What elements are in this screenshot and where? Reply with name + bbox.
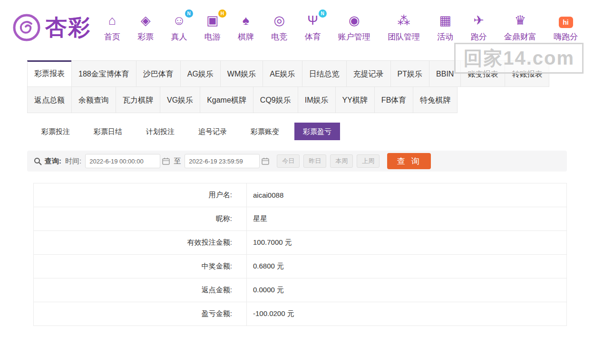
query-submit-button[interactable]: 查 询 xyxy=(387,153,431,169)
nav-item-嗨跑分[interactable]: hi嗨跑分 xyxy=(554,13,578,42)
watermark: 回家14.com xyxy=(454,43,584,74)
nav-item-账户管理[interactable]: ◉账户管理 xyxy=(338,13,370,42)
team-manage-icon: ⁂ xyxy=(396,13,411,28)
tab-余额查询[interactable]: 余额查询 xyxy=(71,86,116,113)
nav-item-电竞[interactable]: ◎电竞 xyxy=(271,13,287,42)
subtab-彩票盈亏[interactable]: 彩票盈亏 xyxy=(294,123,340,140)
quick-date-buttons: 今日昨日本周上周 xyxy=(273,154,380,168)
report-row-label: 返点金额: xyxy=(34,278,247,302)
nav-item-label: 真人 xyxy=(171,31,187,42)
brand-emblem-icon xyxy=(12,13,41,42)
nav-item-label: 活动 xyxy=(437,31,453,42)
report-row-label: 中奖金额: xyxy=(34,255,247,278)
nav-item-棋牌[interactable]: ♠棋牌 xyxy=(238,13,254,42)
report-tabs-row2: 返点总额余额查询瓦力棋牌VG娱乐Kgame棋牌CQ9娱乐IM娱乐YY棋牌FB体育… xyxy=(27,87,567,113)
nav-item-真人[interactable]: ☺N真人 xyxy=(171,13,187,42)
subtab-追号记录[interactable]: 追号记录 xyxy=(190,123,235,140)
report-row-value: aicai0088 xyxy=(247,183,283,207)
quick-date-button-本周[interactable]: 本周 xyxy=(330,154,353,168)
report-row-value: -100.0200 元 xyxy=(247,302,294,326)
tab-YY棋牌[interactable]: YY棋牌 xyxy=(335,86,375,113)
sports-icon: ΨN xyxy=(305,13,321,28)
quick-date-button-上周[interactable]: 上周 xyxy=(357,154,380,168)
tab-沙巴体育[interactable]: 沙巴体育 xyxy=(136,60,181,87)
tab-VG娱乐[interactable]: VG娱乐 xyxy=(160,86,200,113)
start-time-input[interactable] xyxy=(85,154,160,168)
tab-特兔棋牌[interactable]: 特兔棋牌 xyxy=(413,86,458,113)
nav-item-label: 跑分 xyxy=(471,31,487,42)
start-calendar-icon[interactable] xyxy=(162,157,170,165)
subtab-计划投注[interactable]: 计划投注 xyxy=(137,123,183,140)
lottery-icon: ◈ xyxy=(138,13,153,28)
hi-chip-icon: hi xyxy=(559,17,573,28)
report-row-label: 昵称: xyxy=(34,207,247,230)
time-label: 时间: xyxy=(65,157,81,166)
report-row: 有效投注金额:100.7000 元 xyxy=(34,231,566,255)
tab-AG娱乐[interactable]: AG娱乐 xyxy=(180,60,221,87)
nav-item-label: 电竞 xyxy=(271,31,287,42)
nav-item-label: 首页 xyxy=(104,31,120,42)
report-table: 用户名:aicai0088昵称:星星有效投注金额:100.7000 元中奖金额:… xyxy=(33,183,567,326)
quick-date-button-今日[interactable]: 今日 xyxy=(277,154,300,168)
tab-瓦力棋牌[interactable]: 瓦力棋牌 xyxy=(116,86,160,113)
tab-IM娱乐[interactable]: IM娱乐 xyxy=(298,86,336,113)
report-row-label: 盈亏金额: xyxy=(34,302,247,326)
nav-item-label: 金鼎财富 xyxy=(504,31,536,42)
tab-PT娱乐[interactable]: PT娱乐 xyxy=(390,60,429,87)
brand-name: 杏彩 xyxy=(45,13,91,42)
report-row-value: 0.6800 元 xyxy=(247,255,284,278)
query-bar: 查询: 时间: 至 今日昨日本周上周 查 询 xyxy=(27,151,567,172)
nav-item-电游[interactable]: ▣H电游 xyxy=(204,13,221,42)
quick-date-button-昨日[interactable]: 昨日 xyxy=(303,154,326,168)
brand-logo[interactable]: 杏彩 xyxy=(12,13,91,42)
nav-item-label: 体育 xyxy=(305,31,321,42)
end-time-input[interactable] xyxy=(185,154,260,168)
report-row-value: 星星 xyxy=(247,207,267,230)
wealth-icon: ♛ xyxy=(513,13,528,28)
nav-item-金鼎财富[interactable]: ♛金鼎财富 xyxy=(504,13,536,42)
report-row-value: 100.7000 元 xyxy=(247,231,292,254)
nav-item-彩票[interactable]: ◈彩票 xyxy=(137,13,154,42)
tab-WM娱乐[interactable]: WM娱乐 xyxy=(220,60,263,87)
nav-item-活动[interactable]: ▦活动 xyxy=(437,13,453,42)
nav-item-体育[interactable]: ΨN体育 xyxy=(305,13,321,42)
esports-icon: ◎ xyxy=(272,13,287,28)
slots-icon: ▣H xyxy=(205,13,220,28)
subtab-彩票账变[interactable]: 彩票账变 xyxy=(242,123,288,140)
subtab-彩票日结[interactable]: 彩票日结 xyxy=(85,123,131,140)
home-icon: ⌂ xyxy=(105,13,120,28)
tab-返点总额[interactable]: 返点总额 xyxy=(27,86,72,113)
report-row-value: 0.0000 元 xyxy=(247,278,284,302)
nav-item-首页[interactable]: ⌂首页 xyxy=(104,13,120,42)
end-calendar-icon[interactable] xyxy=(262,157,269,165)
tab-充提记录[interactable]: 充提记录 xyxy=(346,60,391,87)
report-row: 昵称:星星 xyxy=(34,207,566,231)
page: 杏彩 ⌂首页◈彩票☺N真人▣H电游♠棋牌◎电竞ΨN体育◉账户管理⁂团队管理▦活动… xyxy=(0,0,594,326)
report-row-label: 用户名: xyxy=(34,183,247,207)
tab-FB体育[interactable]: FB体育 xyxy=(374,86,413,113)
report-row-label: 有效投注金额: xyxy=(34,231,247,254)
main-nav: ⌂首页◈彩票☺N真人▣H电游♠棋牌◎电竞ΨN体育◉账户管理⁂团队管理▦活动✈跑分… xyxy=(104,13,580,42)
nav-item-团队管理[interactable]: ⁂团队管理 xyxy=(388,13,420,42)
search-icon xyxy=(34,157,42,165)
badge-N: N xyxy=(185,10,193,18)
report-row: 盈亏金额:-100.0200 元 xyxy=(34,302,566,326)
tab-188金宝博体育[interactable]: 188金宝博体育 xyxy=(71,60,136,87)
tab-日结总览[interactable]: 日结总览 xyxy=(302,60,347,87)
nav-item-跑分[interactable]: ✈跑分 xyxy=(471,13,487,42)
report-row: 中奖金额:0.6800 元 xyxy=(34,255,566,278)
subtab-彩票投注[interactable]: 彩票投注 xyxy=(33,123,78,140)
live-casino-icon: ☺N xyxy=(172,13,187,28)
nav-item-label: 账户管理 xyxy=(338,31,370,42)
report-row: 用户名:aicai0088 xyxy=(34,183,566,207)
tab-Kgame棋牌[interactable]: Kgame棋牌 xyxy=(200,86,253,113)
query-label: 查询: xyxy=(45,157,61,166)
hi-paofen-icon: hi xyxy=(558,13,574,28)
to-label: 至 xyxy=(174,157,181,166)
lottery-subtabs: 彩票投注彩票日结计划投注追号记录彩票账变彩票盈亏 xyxy=(33,123,594,140)
tab-AE娱乐[interactable]: AE娱乐 xyxy=(263,60,302,87)
tab-CQ9娱乐[interactable]: CQ9娱乐 xyxy=(253,86,298,113)
account-manage-icon: ◉ xyxy=(347,13,362,28)
tab-彩票报表[interactable]: 彩票报表 xyxy=(27,60,72,87)
nav-item-label: 嗨跑分 xyxy=(554,31,578,42)
